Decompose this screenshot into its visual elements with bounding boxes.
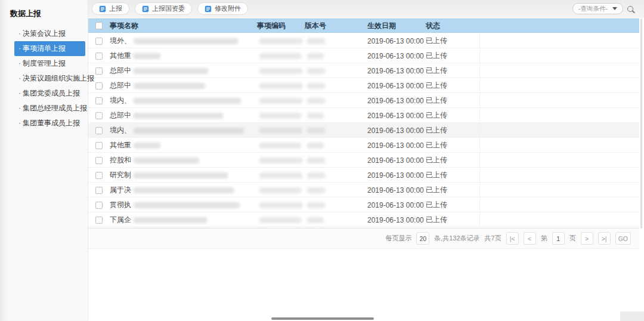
blurred-code-text xyxy=(259,217,301,223)
page-input[interactable]: 1 xyxy=(552,232,565,245)
report-sasac-button[interactable]: 上报国资委 xyxy=(135,2,192,15)
row-checkbox[interactable] xyxy=(95,157,103,164)
table-row[interactable]: 其他重 2019-06-13 00:00 已上传 xyxy=(88,138,639,153)
cell-status: 已上传 xyxy=(426,197,480,212)
row-checkbox[interactable] xyxy=(95,187,103,194)
magnifier-icon[interactable] xyxy=(627,6,633,12)
edit-attachment-button[interactable]: 修改附件 xyxy=(197,2,248,15)
table-row[interactable]: 总部中 2019-06-13 00:00 已上传 xyxy=(88,108,639,123)
row-checkbox[interactable] xyxy=(95,202,103,209)
row-checkbox-cell xyxy=(88,157,110,164)
bullet-icon: · xyxy=(18,89,21,97)
horizontal-scrollbar[interactable] xyxy=(271,317,374,320)
cell-effective-date: 2019-06-13 00:00 xyxy=(367,67,426,75)
blurred-code-text xyxy=(259,143,301,149)
table-row[interactable]: 境内、 2019-06-13 00:00 已上传 xyxy=(88,123,639,138)
sidebar-nav: ·决策会议上报 ·事项清单上报 ·制度管理上报 ·决策议题组织实施上报 ·集团党… xyxy=(0,26,88,131)
cell-status: 已上传 xyxy=(426,108,480,123)
blurred-version-text xyxy=(307,38,325,44)
blurred-version-text xyxy=(307,158,325,163)
report-form-icon xyxy=(99,5,106,13)
blurred-name-text xyxy=(134,68,208,74)
report-button[interactable]: 上报 xyxy=(92,2,129,15)
report-sasac-button-label: 上报国资委 xyxy=(152,4,185,13)
row-checkbox-cell xyxy=(88,202,110,209)
sidebar-item[interactable]: ·事项清单上报 xyxy=(14,41,85,56)
blurred-code-text xyxy=(259,202,302,208)
column-header-name[interactable]: 事项名称 xyxy=(110,21,257,31)
sidebar-item[interactable]: ·决策会议上报 xyxy=(14,26,85,41)
cell-item-name: 总部中 xyxy=(110,66,257,76)
top-toolbar: 上报 上报国资委 修改附件 xyxy=(88,0,644,18)
bullet-icon: · xyxy=(18,119,21,127)
column-header-status[interactable]: 状态 xyxy=(426,21,480,31)
per-page-input[interactable]: 20 xyxy=(416,232,429,245)
pages-count-label: 共7页 xyxy=(485,234,501,243)
blurred-version-text xyxy=(307,172,325,178)
cell-effective-date: 2019-06-13 00:00 xyxy=(367,201,426,209)
sidebar-item[interactable]: ·制度管理上报 xyxy=(14,56,85,71)
cell-item-code xyxy=(257,112,305,120)
row-checkbox[interactable] xyxy=(95,127,103,134)
bullet-icon: · xyxy=(18,44,21,53)
sidebar-title: 数据上报 xyxy=(0,0,88,26)
table-row[interactable]: 境内、 2019-06-13 00:00 已上传 xyxy=(88,93,639,108)
cell-effective-date: 2019-06-13 00:00 xyxy=(367,82,426,90)
column-header-version[interactable]: 版本号 xyxy=(305,21,367,31)
table-row[interactable]: 境外、 2019-06-13 00:00 已上传 xyxy=(88,33,639,48)
last-page-button[interactable]: >| xyxy=(598,232,611,245)
sidebar-item[interactable]: ·集团董事成员上报 xyxy=(14,116,85,131)
cell-version xyxy=(305,37,367,45)
bullet-icon: · xyxy=(18,74,21,82)
table-row[interactable]: 控股和 2019-06-13 00:00 已上传 xyxy=(88,153,639,168)
sidebar: 数据上报 ·决策会议上报 ·事项清单上报 ·制度管理上报 ·决策议题组织实施上报… xyxy=(0,0,88,321)
table-row[interactable]: 下属企 2019-06-13 00:00 已上传 xyxy=(88,212,639,227)
table-row[interactable]: 研究制 2019-06-13 00:00 已上传 xyxy=(88,168,639,183)
table-row[interactable]: 贯彻执 2019-06-13 00:00 已上传 xyxy=(88,197,639,212)
cell-item-code xyxy=(257,37,305,45)
first-page-button[interactable]: |< xyxy=(506,232,519,245)
vertical-scrollbar[interactable] xyxy=(640,18,642,229)
row-checkbox[interactable] xyxy=(95,217,103,224)
cell-item-code xyxy=(257,141,305,150)
column-header-date[interactable]: 生效日期 xyxy=(367,21,426,31)
cell-item-code xyxy=(257,156,305,165)
table-row[interactable]: 总部中 2019-06-13 00:00 已上传 xyxy=(88,63,639,78)
table-row[interactable]: 总部中 2019-06-13 00:00 已上传 xyxy=(88,78,639,93)
table-row[interactable]: 其他重 2019-06-13 00:00 已上传 xyxy=(88,48,639,63)
next-page-button[interactable]: > xyxy=(581,232,593,245)
select-all-checkbox[interactable] xyxy=(95,22,103,29)
cell-status: 已上传 xyxy=(426,168,480,183)
sidebar-item-label: 集团董事成员上报 xyxy=(23,119,80,127)
sidebar-item[interactable]: ·集团党委成员上报 xyxy=(14,86,85,101)
cell-item-name: 属于决 xyxy=(110,185,257,195)
row-checkbox[interactable] xyxy=(95,67,103,75)
go-button[interactable]: GO xyxy=(615,232,631,245)
row-checkbox[interactable] xyxy=(95,53,103,60)
table-row[interactable]: 属于决 2019-06-13 00:00 已上传 xyxy=(88,183,639,197)
column-header-code[interactable]: 事项编码 xyxy=(257,21,305,31)
sidebar-item-label: 制度管理上报 xyxy=(23,59,66,67)
cell-item-code xyxy=(257,82,305,90)
cell-status: 已上传 xyxy=(426,93,480,108)
blurred-name-text xyxy=(134,202,240,208)
row-checkbox[interactable] xyxy=(95,112,103,119)
cell-version xyxy=(305,186,367,195)
row-checkbox-cell xyxy=(88,187,110,194)
cell-item-name: 境内、 xyxy=(110,95,257,106)
page-prefix-label: 第 xyxy=(541,234,547,243)
blurred-code-text xyxy=(259,128,302,134)
row-checkbox[interactable] xyxy=(95,82,103,89)
row-checkbox-cell xyxy=(88,142,110,149)
row-checkbox[interactable] xyxy=(95,38,103,45)
blurred-name-text xyxy=(134,83,205,89)
sidebar-item-label: 决策议题组织实施上报 xyxy=(23,74,94,82)
row-checkbox[interactable] xyxy=(95,172,103,179)
sidebar-item[interactable]: ·集团总经理成员上报 xyxy=(14,101,85,116)
query-condition-dropdown[interactable]: -查询条件- xyxy=(572,3,623,14)
blurred-name-text xyxy=(134,217,207,223)
sidebar-item[interactable]: ·决策议题组织实施上报 xyxy=(14,71,85,86)
prev-page-button[interactable]: < xyxy=(524,232,536,245)
row-checkbox[interactable] xyxy=(95,97,103,104)
row-checkbox[interactable] xyxy=(95,142,103,149)
